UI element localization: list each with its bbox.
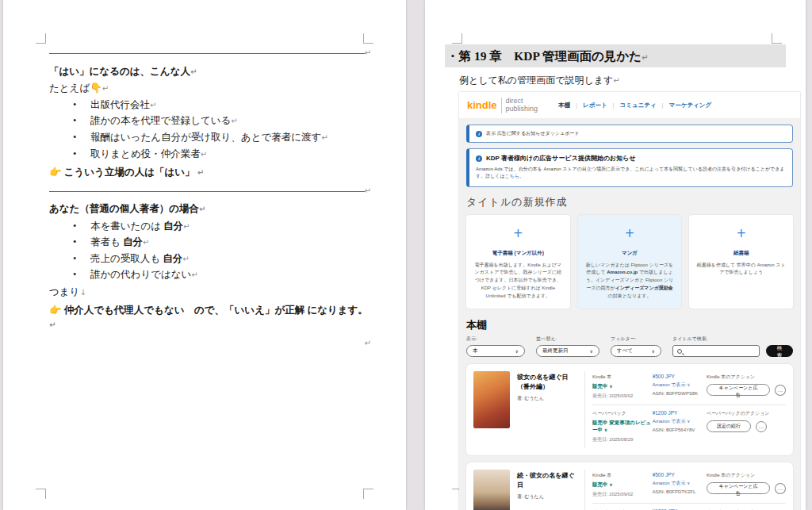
document-body-right: ・第 19 章 KDP 管理画面の見かた↵ 例として私の管理画面で説明します↵ … (445, 44, 786, 510)
plus-icon: + (696, 226, 786, 240)
asin: ASIN: B0FPDTK2FL (653, 489, 707, 494)
more-actions-button[interactable]: … (775, 483, 786, 494)
actions-label: ペーパーバックのアクション (707, 410, 786, 417)
kochira-link[interactable]: こちら。 (505, 174, 524, 178)
search-button[interactable]: 検索 (766, 345, 793, 357)
book-author: 著: むうたん (517, 493, 577, 500)
bullet-icon: • (73, 113, 90, 128)
card-title: 電子書籍 (マンガ以外) (473, 250, 563, 257)
bullet-icon: • (73, 130, 90, 144)
paragraph-mark: ↵ (197, 168, 204, 177)
card-body: 電子書籍を出版します。Kindle およびマンガストアで販売し、既存シリーズに紐… (473, 262, 563, 301)
filter-show: 表示: 本∨ (466, 336, 525, 357)
section1-intro: たとえば👇↵ (49, 81, 371, 95)
banner-body: Amazon Ads では、自分の本を Amazon ストアの目立つ場所に表示で… (476, 166, 786, 181)
continue-setup-button[interactable]: 設定の続行 (707, 420, 751, 432)
nav-separator: | (613, 102, 615, 109)
plus-icon: + (473, 226, 563, 240)
show-select[interactable]: 本∨ (466, 345, 525, 357)
chapter-bullet: ・ (446, 49, 459, 63)
filter-search: タイトルで検索: (672, 336, 760, 357)
nav-community[interactable]: コミュニティ (620, 102, 657, 109)
card-title: マンガ (585, 250, 675, 257)
price[interactable]: ¥500 JPY (653, 374, 707, 379)
nav-reports[interactable]: レポート (583, 102, 607, 109)
bullet-icon: • (73, 267, 90, 282)
sort-select[interactable]: 最終更新日∨ (536, 345, 599, 357)
kindle-edition-row: Kindle 本 販売中 ∨ 発売日: 2025/09/02 ¥500 JPY … (592, 470, 786, 503)
nav-separator: | (576, 102, 577, 109)
chapter-heading: ・第 19 章 KDP 管理画面の見かた↵ (445, 44, 786, 67)
announcement-banner[interactable]: i 表示 広告に関するお知らせダッシュボード (466, 125, 793, 143)
book-details: Kindle 本 販売中 ∨ 発売日: 2025/09/02 ¥500 JPY … (584, 470, 786, 510)
view-on-amazon-link[interactable]: Amazon で表示 ∨ (653, 480, 707, 487)
section2-conclusion: 👉 仲介人でも代理人でもない ので、「いいえ」が正解 になります。 ↵ (49, 303, 371, 332)
filter-label: フィルター: (611, 336, 661, 343)
more-actions-button[interactable]: … (775, 385, 786, 396)
horizontal-rule: ↵ (49, 186, 371, 197)
list-item: •取りまとめ役・仲介業者↵ (49, 147, 371, 161)
chevron-down-icon: ∨ (590, 348, 593, 354)
chevron-down-icon: ∨ (687, 419, 690, 424)
more-actions-button[interactable]: … (756, 421, 767, 432)
book-title-column: 続・彼女の名を継ぐ日 著: むうたん (510, 470, 584, 510)
actions-label: Kindle 本のアクション (707, 472, 786, 479)
paragraph-mark: ↵ (365, 186, 371, 197)
crop-mark-icon (36, 489, 46, 499)
list-item: •誰かの代わりではない↵ (49, 267, 371, 282)
section2-heading: あなた（普通の個人著者）の場合↵ (49, 201, 371, 216)
chapter-title: 第 19 章 KDP 管理画面の見かた (459, 49, 642, 63)
list-item: •本を書いたのは 自分↵ (49, 219, 371, 233)
card-ebook[interactable]: + 電子書籍 (マンガ以外) 電子書籍を出版します。Kindle およびマンガス… (466, 215, 570, 309)
chapter-subtitle: 例として私の管理画面で説明します↵ (459, 74, 786, 87)
document-body-left: ↵ 「はい」になるのは、こんな人↵ たとえば👇↵ •出版代行会社↵ •誰かの本を… (49, 44, 371, 350)
filter-label: タイトルで検索: (672, 336, 760, 343)
paragraph-mark: ↵ (365, 48, 371, 59)
horizontal-rule: ↵ (49, 48, 371, 59)
paragraph-mark: ↵ (642, 53, 648, 62)
book-cover-thumbnail[interactable] (473, 371, 510, 428)
status-badge[interactable]: 販売中 ∨ (592, 383, 653, 390)
status-badge[interactable]: 販売中 ∨ (592, 481, 653, 489)
point-right-emoji: 👉 (49, 166, 62, 178)
document-page-right: ・第 19 章 KDP 管理画面の見かた↵ 例として私の管理画面で説明します↵ … (425, 0, 806, 510)
list-item: •著者も 自分↵ (49, 235, 371, 249)
kindle-logo-text: kindle (467, 99, 497, 111)
paragraph-mark: ↵ (150, 101, 156, 109)
paragraph-mark: ↵ (182, 255, 189, 263)
point-right-emoji: 👉 (49, 304, 62, 316)
info-icon: i (476, 131, 482, 137)
view-on-amazon-link[interactable]: Amazon で表示 ∨ (653, 382, 707, 389)
paragraph-mark: ↵ (191, 270, 197, 279)
price[interactable]: ¥1200 JPY (653, 410, 707, 416)
book-cover-thumbnail[interactable] (473, 470, 510, 510)
create-title-heading: タイトルの新規作成 (466, 195, 793, 209)
card-manga[interactable]: + マンガ 新しいマンガまたは Fliptoon シリーズを作成して Amazo… (578, 215, 682, 309)
asin: ASIN: B0FPDWPS8K (653, 391, 707, 396)
bookshelf-filters: 表示: 本∨ 並べ替え: 最終更新日∨ フィルター: すべて∨ タイトルで検索: (466, 336, 793, 357)
campaigns-ads-button[interactable]: キャンペーンと広告 (707, 384, 770, 396)
view-on-amazon-link[interactable]: Amazon で表示 ∨ (653, 418, 707, 425)
list-item: •誰かの本を代理で登録している↵ (49, 113, 371, 128)
card-paperback[interactable]: + 紙書籍 紙書籍を作成して 世界中の Amazon ストアで販売しましょう (689, 215, 793, 309)
filter-select[interactable]: すべて∨ (611, 345, 661, 357)
document-page-left: ↵ 「はい」になるのは、こんな人↵ たとえば👇↵ •出版代行会社↵ •誰かの本を… (3, 0, 406, 510)
line-break-mark: ↓ (79, 288, 86, 297)
bullet-icon: • (73, 147, 90, 161)
chevron-down-icon: ∨ (687, 481, 690, 485)
search-input[interactable] (685, 348, 755, 354)
chevron-down-icon: ∨ (604, 428, 607, 432)
campaigns-ads-button[interactable]: キャンペーンと広告 (707, 482, 770, 494)
status-badge[interactable]: 販売中 変更事項のレビュー中 ∨ (592, 420, 653, 434)
format-label: ペーパーバック (592, 410, 653, 417)
nav-bookshelf[interactable]: 本棚 (558, 102, 570, 109)
chevron-down-icon: ∨ (609, 482, 612, 487)
paragraph-mark: ↵ (231, 117, 237, 125)
search-box (672, 345, 760, 357)
logo-divider (501, 98, 502, 113)
kdp-dashboard-screenshot: kindle direct publishing 本棚 | レポート | コミュ… (459, 92, 800, 510)
filter-filter: フィルター: すべて∨ (611, 336, 661, 357)
book-details: Kindle 本 販売中 ∨ 発売日: 2025/09/02 ¥500 JPY … (584, 371, 786, 448)
price[interactable]: ¥500 JPY (653, 472, 707, 477)
nav-marketing[interactable]: マーケティング (669, 102, 712, 109)
